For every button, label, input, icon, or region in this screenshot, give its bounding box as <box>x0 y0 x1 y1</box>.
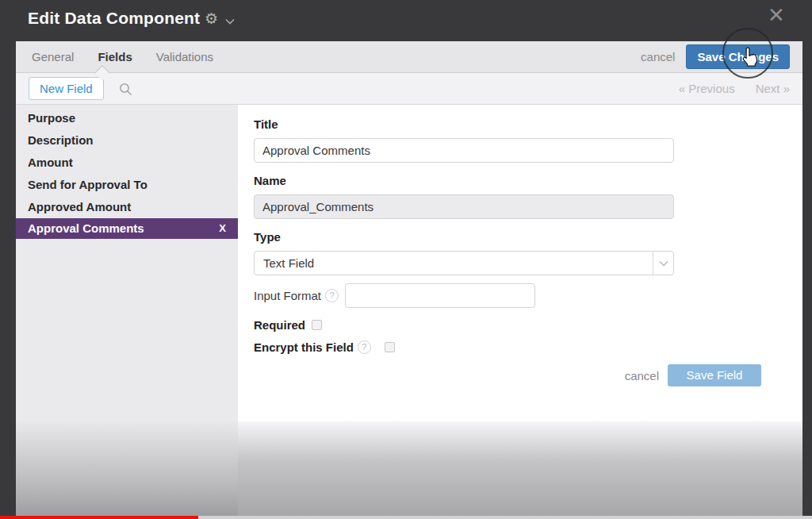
save-field-button[interactable]: Save Field <box>668 364 761 386</box>
page-title: Edit Data Component <box>28 9 200 28</box>
video-progress-played <box>0 516 198 519</box>
close-icon[interactable]: ✕ <box>768 3 785 28</box>
field-item-approved-amount[interactable]: Approved Amount <box>16 196 238 218</box>
field-item-purpose[interactable]: Purpose <box>16 107 238 129</box>
type-select[interactable]: Text Field <box>254 251 674 275</box>
tab-general[interactable]: General <box>32 50 74 63</box>
field-item-send-for-approval-to[interactable]: Send for Approval To <box>16 174 238 196</box>
field-cancel-link[interactable]: cancel <box>625 369 659 383</box>
type-select-value: Text Field <box>263 256 314 270</box>
pager: « Previous Next » <box>679 82 790 95</box>
field-list: Purpose Description Amount Send for Appr… <box>16 105 238 519</box>
new-field-button[interactable]: New Field <box>29 77 104 100</box>
tab-validations[interactable]: Validations <box>156 50 213 63</box>
titlebar: Edit Data Component ⚙ ✕ <box>0 0 812 41</box>
encrypt-checkbox[interactable] <box>385 342 395 352</box>
save-changes-button[interactable]: Save Changes <box>686 44 790 69</box>
required-label: Required <box>254 318 305 332</box>
gear-icon[interactable]: ⚙ <box>205 10 218 28</box>
input-format-label: Input Format <box>254 289 321 302</box>
chevron-down-icon[interactable] <box>225 13 235 28</box>
field-item-approval-comments[interactable]: Approval Comments X <box>16 218 238 239</box>
required-checkbox[interactable] <box>312 320 322 330</box>
type-label: Type <box>254 230 658 244</box>
dialog-content: Purpose Description Amount Send for Appr… <box>16 105 802 519</box>
input-format-input[interactable] <box>345 283 535 308</box>
name-label: Name <box>254 174 658 187</box>
encrypt-help-icon[interactable]: ? <box>358 340 371 354</box>
encrypt-label: Encrypt this Field <box>254 340 354 354</box>
select-chevron-icon[interactable] <box>653 252 673 275</box>
search-icon[interactable] <box>118 82 132 96</box>
title-label: Title <box>254 117 658 131</box>
cancel-link[interactable]: cancel <box>641 50 675 63</box>
tab-fields[interactable]: Fields <box>98 50 132 63</box>
next-button[interactable]: Next » <box>756 82 790 95</box>
edit-data-component-dialog: General Fields Validations cancel Save C… <box>16 41 802 519</box>
input-format-help-icon[interactable]: ? <box>325 289 339 302</box>
name-input <box>254 194 674 219</box>
previous-button[interactable]: « Previous <box>679 82 735 95</box>
title-input[interactable] <box>254 138 674 163</box>
field-item-description[interactable]: Description <box>16 129 238 152</box>
tab-bar: General Fields Validations cancel Save C… <box>16 41 802 73</box>
field-item-amount[interactable]: Amount <box>16 152 238 174</box>
remove-field-icon[interactable]: X <box>217 221 228 236</box>
field-editor: Title Name Type Text Field Input Format … <box>238 105 802 519</box>
field-item-label: Approval Comments <box>28 221 144 236</box>
fields-toolbar: New Field « Previous Next » <box>16 73 802 105</box>
